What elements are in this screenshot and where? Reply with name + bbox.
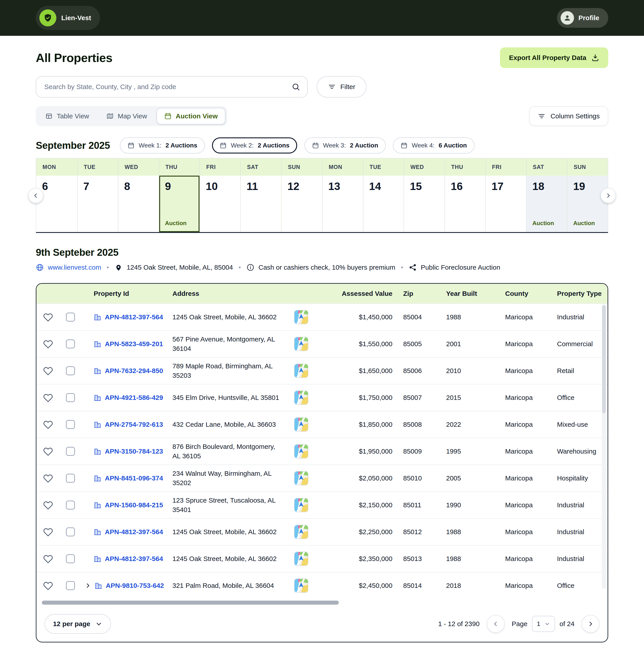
row-checkbox[interactable] — [66, 554, 75, 563]
calendar-day-cell[interactable]: 11 — [241, 176, 281, 232]
search-input[interactable] — [43, 83, 292, 91]
map-preview-icon[interactable] — [294, 498, 308, 512]
week-chip[interactable]: Week 3: 2 Auction — [304, 137, 386, 154]
favorite-button[interactable] — [43, 420, 53, 430]
map-preview-icon[interactable] — [294, 417, 308, 432]
calendar-day-cell[interactable]: 14 — [363, 176, 404, 232]
row-checkbox[interactable] — [66, 501, 75, 509]
calendar-day-cell[interactable]: 15 — [404, 176, 444, 232]
calendar-day-cell[interactable]: 7 — [77, 176, 118, 232]
globe-icon — [36, 263, 44, 271]
search-icon[interactable] — [292, 83, 300, 91]
row-checkbox[interactable] — [66, 313, 75, 322]
chevron-right-icon — [605, 192, 612, 199]
map-preview-icon[interactable] — [294, 525, 308, 539]
building-icon — [94, 313, 101, 321]
property-id-link[interactable]: APN-1560-984-215 — [105, 501, 163, 509]
zip-cell: 85008 — [403, 421, 446, 428]
favorite-button[interactable] — [43, 312, 53, 322]
page-number-select[interactable]: 1 — [532, 616, 555, 632]
pagination-prev-button[interactable] — [487, 615, 505, 633]
export-button[interactable]: Export All Property Data — [500, 47, 608, 68]
property-id-link[interactable]: APN-4921-586-429 — [105, 394, 163, 401]
favorite-button[interactable] — [43, 446, 53, 456]
table-row: APN-4812-397-564 1245 Oak Street, Mobile… — [37, 545, 607, 572]
per-page-dropdown[interactable]: 12 per page — [45, 614, 111, 634]
auction-terms: Cash or cashiers check, 10% buyers premi… — [247, 263, 395, 271]
row-checkbox[interactable] — [66, 447, 75, 456]
map-preview-icon[interactable] — [294, 471, 308, 485]
favorite-button[interactable] — [43, 366, 53, 376]
favorite-button[interactable] — [43, 581, 53, 591]
pagination-next-button[interactable] — [582, 615, 599, 633]
favorite-button[interactable] — [43, 393, 53, 402]
row-checkbox[interactable] — [66, 366, 75, 375]
property-id-link[interactable]: APN-4812-397-564 — [105, 555, 163, 563]
auction-type-text: Public Foreclosure Auction — [421, 264, 500, 271]
building-icon — [94, 447, 101, 455]
property-id-link[interactable]: APN-9810-753-642 — [106, 582, 164, 589]
property-id-link[interactable]: APN-4812-397-564 — [105, 313, 163, 321]
calendar-day-cell[interactable]: 12 — [281, 176, 322, 232]
map-preview-icon[interactable] — [294, 364, 308, 378]
property-type-cell: Industrial — [557, 555, 607, 563]
horizontal-scrollbar-thumb[interactable] — [42, 600, 339, 605]
map-preview-icon[interactable] — [294, 337, 308, 351]
website-link[interactable]: www.lienvest.com — [48, 264, 101, 271]
property-type-cell: Office — [557, 394, 607, 401]
week-chip[interactable]: Week 2: 2 Auctions — [212, 137, 297, 154]
row-checkbox[interactable] — [66, 340, 75, 348]
filter-button[interactable]: Filter — [317, 76, 367, 97]
favorite-button[interactable] — [43, 500, 53, 510]
calendar-day-cell[interactable]: 13 — [322, 176, 363, 232]
calendar-day-cell[interactable]: 9 Auction — [159, 176, 200, 232]
tab-table-view[interactable]: Table View — [38, 108, 97, 125]
map-preview-icon[interactable] — [294, 391, 308, 405]
calendar-day-cell[interactable]: 17 — [486, 176, 526, 232]
calendar-day-cell[interactable]: 8 — [118, 176, 159, 232]
column-settings-button[interactable]: Column Settings — [529, 106, 608, 126]
property-id-link[interactable]: APN-7632-294-850 — [105, 367, 163, 375]
favorite-button[interactable] — [43, 339, 53, 349]
row-checkbox[interactable] — [66, 420, 75, 429]
property-id-link[interactable]: APN-5823-459-201 — [105, 340, 163, 348]
calendar-date: 15 — [410, 180, 422, 192]
property-id-link[interactable]: APN-2754-792-613 — [105, 421, 163, 428]
week-chip[interactable]: Week 1: 2 Auctions — [120, 137, 205, 154]
map-preview-icon[interactable] — [294, 552, 308, 566]
calendar-date: 14 — [369, 180, 381, 192]
calendar-day-cell[interactable]: 18 Auction — [527, 176, 567, 232]
tab-map-view[interactable]: Map View — [99, 108, 155, 125]
horizontal-scrollbar-track — [42, 600, 602, 605]
map-preview-icon[interactable] — [294, 444, 308, 459]
calendar-date: 16 — [451, 180, 463, 192]
calendar-prev-button[interactable] — [28, 188, 43, 203]
map-preview-icon[interactable] — [294, 310, 308, 324]
building-icon — [94, 528, 101, 536]
row-checkbox[interactable] — [66, 393, 75, 402]
profile-button[interactable]: Profile — [557, 8, 608, 28]
property-id-link[interactable]: APN-3150-784-123 — [105, 447, 163, 455]
expand-chevron-icon[interactable] — [85, 583, 91, 589]
row-checkbox[interactable] — [66, 527, 75, 536]
brand-logo[interactable]: Lien-Vest — [36, 6, 100, 30]
calendar-dow-label: FRI — [486, 158, 526, 176]
tab-auction-view[interactable]: Auction View — [157, 108, 225, 125]
row-checkbox[interactable] — [66, 474, 75, 483]
property-id-link[interactable]: APN-4812-397-564 — [105, 528, 163, 536]
favorite-button[interactable] — [43, 473, 53, 483]
property-id-link[interactable]: APN-8451-096-374 — [105, 475, 163, 482]
favorite-button[interactable] — [43, 527, 53, 537]
map-preview-icon[interactable] — [294, 578, 308, 593]
calendar-date: 18 — [532, 180, 544, 192]
calendar-day-cell[interactable]: 19 Auction — [567, 176, 608, 232]
calendar-day-cell[interactable]: 10 — [200, 176, 240, 232]
assessed-value-cell: $2,050,000 — [321, 475, 403, 482]
calendar-day-cell[interactable]: 6 — [36, 176, 77, 232]
favorite-button[interactable] — [43, 554, 53, 564]
row-checkbox[interactable] — [66, 581, 75, 590]
calendar-day-cell[interactable]: 16 — [445, 176, 485, 232]
vertical-scrollbar-thumb[interactable] — [602, 305, 606, 413]
week-chip[interactable]: Week 4: 6 Auction — [393, 137, 475, 154]
calendar-next-button[interactable] — [601, 188, 616, 203]
